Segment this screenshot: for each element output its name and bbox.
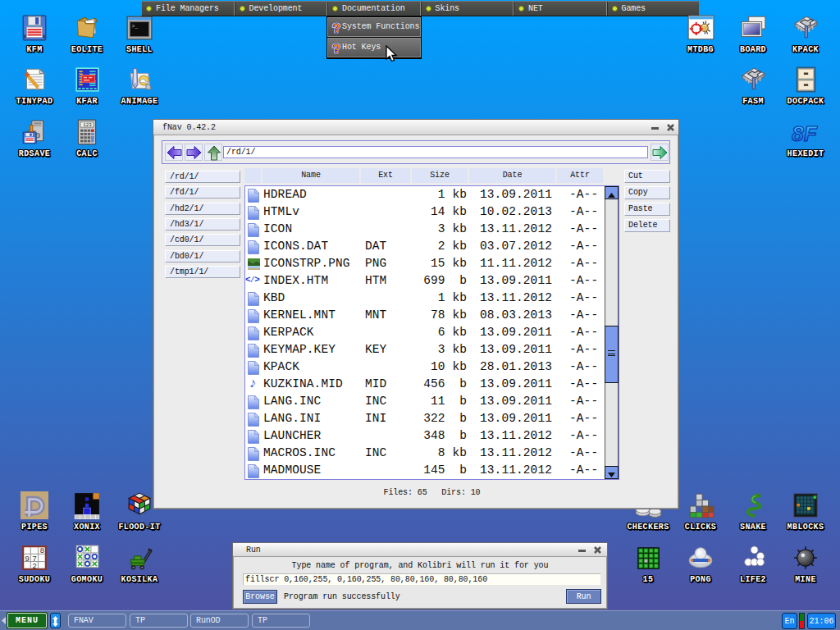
svg-text:?: ? <box>332 21 340 34</box>
svg-text:123: 123 <box>83 122 92 128</box>
svg-text:8F: 8F <box>792 121 818 146</box>
svg-text:>_: >_ <box>131 24 138 30</box>
svg-text:?: ? <box>332 41 340 55</box>
svg-text:2: 2 <box>32 562 37 571</box>
svg-text:9: 9 <box>25 555 30 564</box>
svg-text:8: 8 <box>39 546 44 555</box>
